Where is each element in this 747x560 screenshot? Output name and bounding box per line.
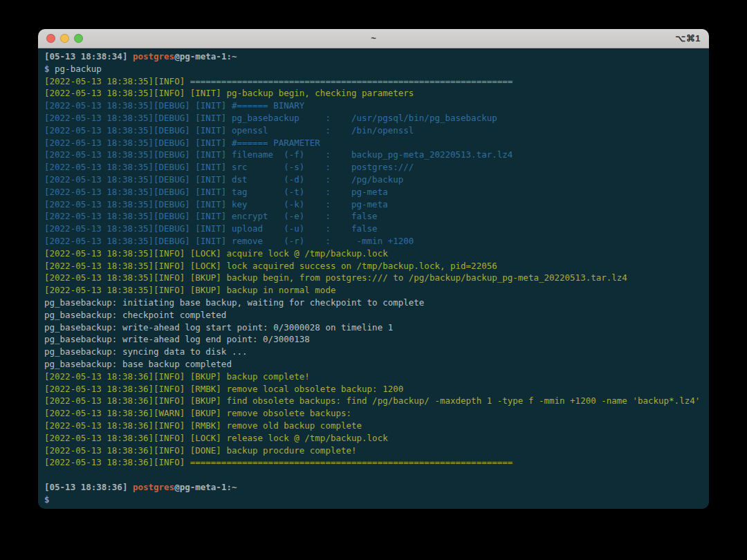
terminal-line: [2022-05-13 18:38:35][DEBUG] [INIT] remo… bbox=[44, 235, 703, 248]
terminal-text-segment: [2022-05-13 18:38:36][INFO] [RMBK] remov… bbox=[44, 420, 362, 431]
terminal-line: [2022-05-13 18:38:35][DEBUG] [INIT] pg_b… bbox=[44, 112, 703, 124]
terminal-line: [2022-05-13 18:38:36][INFO] ============… bbox=[44, 456, 703, 469]
terminal-text-segment: [2022-05-13 18:38:35][DEBUG] [INIT] pg_b… bbox=[44, 113, 497, 123]
terminal-line: [2022-05-13 18:38:36][INFO] [RMBK] remov… bbox=[44, 383, 703, 395]
terminal-text-segment: $ bbox=[44, 64, 55, 74]
terminal-line: [2022-05-13 18:38:35][DEBUG] [INIT] tag … bbox=[44, 186, 703, 198]
terminal-text-segment: pg_basebackup: base backup completed bbox=[44, 359, 232, 369]
terminal-text-segment: [2022-05-13 18:38:35][INFO] [LOCK] acqui… bbox=[44, 248, 388, 259]
terminal-text-segment: postgres bbox=[133, 482, 174, 492]
terminal-screen[interactable]: [05-13 18:38:34] postgres@pg-meta-1:~$ p… bbox=[38, 48, 709, 509]
terminal-line: $ pg-backup bbox=[44, 63, 703, 75]
terminal-line: pg_basebackup: checkpoint completed bbox=[44, 309, 703, 321]
terminal-text-segment: postgres bbox=[133, 51, 174, 62]
terminal-line: pg_basebackup: write-ahead log end point… bbox=[44, 333, 703, 346]
terminal-line: $ bbox=[44, 494, 703, 506]
terminal-line: [2022-05-13 18:38:35][INFO] [LOCK] acqui… bbox=[44, 248, 703, 260]
close-button[interactable] bbox=[46, 34, 55, 43]
terminal-line: [05-13 18:38:34] postgres@pg-meta-1:~ bbox=[44, 50, 703, 63]
terminal-text-segment: [2022-05-13 18:38:35][DEBUG] [INIT] remo… bbox=[44, 236, 414, 246]
terminal-text-segment: [2022-05-13 18:38:35][DEBUG] [INIT] file… bbox=[44, 149, 513, 160]
terminal-text-segment: [05-13 18:38:34] bbox=[44, 51, 133, 62]
window-shortcut-badge: ⌥⌘1 bbox=[675, 33, 701, 44]
minimize-button[interactable] bbox=[60, 34, 69, 43]
terminal-line: [2022-05-13 18:38:35][DEBUG] [INIT] file… bbox=[44, 149, 703, 161]
window-controls bbox=[46, 34, 83, 43]
terminal-text-segment: pg_basebackup: syncing data to disk ... bbox=[44, 346, 248, 357]
terminal-text-segment: [2022-05-13 18:38:35][DEBUG] [INIT] encr… bbox=[44, 211, 378, 221]
terminal-line: pg_basebackup: initiating base backup, w… bbox=[44, 297, 703, 309]
window-title: ~ bbox=[38, 33, 709, 44]
terminal-text-segment: pg_basebackup: initiating base backup, w… bbox=[44, 297, 424, 308]
terminal-line: [2022-05-13 18:38:36][INFO] [DONE] backu… bbox=[44, 445, 703, 457]
terminal-line: [2022-05-13 18:38:36][WARN] [BKUP] remov… bbox=[44, 407, 703, 420]
terminal-text-segment: pg_basebackup: write-ahead log end point… bbox=[44, 334, 310, 344]
terminal-text-segment: pg_basebackup: checkpoint completed bbox=[44, 310, 226, 320]
terminal-text-segment: [2022-05-13 18:38:35][DEBUG] [INIT] src … bbox=[44, 162, 414, 172]
terminal-text-segment: [2022-05-13 18:38:36][INFO] [DONE] backu… bbox=[44, 445, 357, 456]
terminal-line: [2022-05-13 18:38:35][INFO] [BKUP] backu… bbox=[44, 284, 703, 297]
terminal-line: [2022-05-13 18:38:36][INFO] [BKUP] find … bbox=[44, 395, 703, 407]
terminal-line: [2022-05-13 18:38:35][DEBUG] [INIT] dst … bbox=[44, 174, 703, 186]
terminal-text-segment: [2022-05-13 18:38:35][INFO] [BKUP] backu… bbox=[44, 285, 335, 295]
terminal-line: [2022-05-13 18:38:35][INFO] [BKUP] backu… bbox=[44, 272, 703, 284]
terminal-text-segment: [2022-05-13 18:38:35][INFO] [BKUP] backu… bbox=[44, 272, 627, 283]
terminal-text-segment: [2022-05-13 18:38:36][INFO] ============… bbox=[44, 457, 513, 467]
terminal-line: [2022-05-13 18:38:35][DEBUG] [INIT] uplo… bbox=[44, 223, 703, 235]
terminal-line: [2022-05-13 18:38:35][DEBUG] [INIT] key … bbox=[44, 198, 703, 211]
terminal-text-segment: [2022-05-13 18:38:36][INFO] [BKUP] find … bbox=[44, 395, 700, 406]
terminal-text-segment: [2022-05-13 18:38:36][INFO] [BKUP] backu… bbox=[44, 371, 310, 382]
terminal-text-segment: [2022-05-13 18:38:35][INFO] [LOCK] lock … bbox=[44, 261, 497, 271]
terminal-text-segment: [2022-05-13 18:38:35][DEBUG] [INIT] key … bbox=[44, 199, 388, 209]
terminal-text-segment: [2022-05-13 18:38:35][DEBUG] [INIT] #===… bbox=[44, 138, 320, 148]
terminal-window: ~ ⌥⌘1 [05-13 18:38:34] postgres@pg-meta-… bbox=[38, 29, 709, 509]
terminal-line: [2022-05-13 18:38:35][DEBUG] [INIT] open… bbox=[44, 124, 703, 137]
terminal-text-segment: [05-13 18:38:36] bbox=[44, 482, 133, 492]
terminal-line: [2022-05-13 18:38:36][INFO] [LOCK] relea… bbox=[44, 432, 703, 445]
terminal-line: [05-13 18:38:36] postgres@pg-meta-1:~ bbox=[44, 481, 703, 494]
terminal-line: [2022-05-13 18:38:35][DEBUG] [INIT] src … bbox=[44, 161, 703, 174]
terminal-text-segment: $ bbox=[44, 494, 50, 505]
terminal-text-segment: pg-backup bbox=[55, 64, 102, 74]
terminal-line: [2022-05-13 18:38:35][INFO] [INIT] pg-ba… bbox=[44, 87, 703, 100]
terminal-text-segment: [2022-05-13 18:38:36][INFO] [RMBK] remov… bbox=[44, 384, 403, 394]
terminal-line: [2022-05-13 18:38:35][DEBUG] [INIT] #===… bbox=[44, 100, 703, 112]
zoom-button[interactable] bbox=[74, 34, 83, 43]
terminal-line: pg_basebackup: write-ahead log start poi… bbox=[44, 321, 703, 334]
terminal-text-segment: [2022-05-13 18:38:36][INFO] [LOCK] relea… bbox=[44, 433, 388, 443]
terminal-text-segment: [2022-05-13 18:38:35][DEBUG] [INIT] open… bbox=[44, 125, 414, 136]
terminal-line: [2022-05-13 18:38:35][INFO] [LOCK] lock … bbox=[44, 260, 703, 272]
terminal-text-segment: [2022-05-13 18:38:35][DEBUG] [INIT] dst … bbox=[44, 174, 403, 185]
terminal-line: [2022-05-13 18:38:35][DEBUG] [INIT] #===… bbox=[44, 137, 703, 149]
terminal-text-segment: [2022-05-13 18:38:35][DEBUG] [INIT] uplo… bbox=[44, 223, 378, 234]
terminal-line: pg_basebackup: syncing data to disk ... bbox=[44, 346, 703, 358]
terminal-line: [2022-05-13 18:38:36][INFO] [BKUP] backu… bbox=[44, 371, 703, 383]
terminal-text-segment: [2022-05-13 18:38:35][DEBUG] [INIT] #===… bbox=[44, 100, 304, 111]
terminal-line: [2022-05-13 18:38:35][INFO] ============… bbox=[44, 75, 703, 88]
terminal-text-segment: pg_basebackup: write-ahead log start poi… bbox=[44, 322, 393, 333]
terminal-line bbox=[44, 469, 703, 481]
terminal-text-segment: [2022-05-13 18:38:35][DEBUG] [INIT] tag … bbox=[44, 187, 388, 197]
terminal-text-segment: [2022-05-13 18:38:36][WARN] [BKUP] remov… bbox=[44, 408, 351, 418]
titlebar[interactable]: ~ ⌥⌘1 bbox=[38, 29, 709, 48]
terminal-line: [2022-05-13 18:38:35][DEBUG] [INIT] encr… bbox=[44, 210, 703, 223]
terminal-line: [2022-05-13 18:38:36][INFO] [RMBK] remov… bbox=[44, 420, 703, 432]
terminal-text-segment: @pg-meta-1:~ bbox=[174, 482, 237, 492]
terminal-line: pg_basebackup: base backup completed bbox=[44, 358, 703, 371]
terminal-text-segment: [2022-05-13 18:38:35][INFO] ============… bbox=[44, 76, 513, 86]
terminal-text-segment: @pg-meta-1:~ bbox=[174, 51, 237, 62]
terminal-text-segment: [2022-05-13 18:38:35][INFO] [INIT] pg-ba… bbox=[44, 88, 414, 98]
